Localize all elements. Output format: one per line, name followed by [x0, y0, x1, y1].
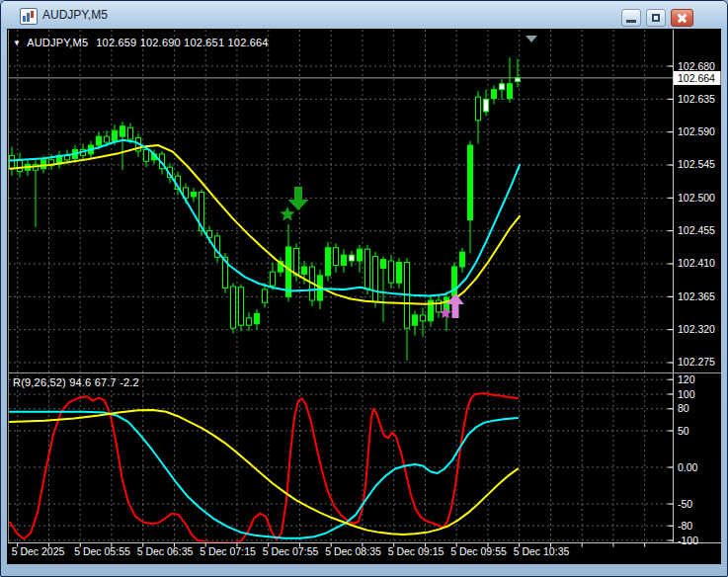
- svg-text:50: 50: [678, 425, 689, 437]
- candle: [342, 255, 347, 265]
- restore-button[interactable]: [646, 9, 666, 27]
- svg-text:102.365: 102.365: [678, 290, 715, 302]
- candle: [326, 248, 331, 276]
- svg-text:102.635: 102.635: [678, 93, 715, 105]
- titlebar[interactable]: AUDJPY,M5: [1, 1, 727, 29]
- candle: [294, 248, 299, 275]
- candle: [508, 84, 513, 99]
- svg-text:-50: -50: [678, 498, 692, 510]
- candle: [365, 249, 370, 288]
- screen: { "window": { "title": "AUDJPY,M5" }, "c…: [0, 0, 728, 577]
- candle: [413, 315, 418, 325]
- candle: [18, 160, 23, 172]
- indicator-layer: [10, 393, 518, 542]
- candle: [334, 248, 339, 266]
- candle: [239, 288, 244, 326]
- candle: [97, 136, 102, 145]
- candle: [41, 160, 46, 169]
- svg-text:5 Dec 08:35: 5 Dec 08:35: [325, 545, 381, 557]
- candle: [460, 252, 465, 267]
- candle: [271, 272, 276, 286]
- ohlc-values: 102.659 102.690 102.651 102.664: [96, 37, 268, 48]
- candle: [421, 315, 426, 321]
- chart-header: ▼AUDJPY,M5102.659 102.690 102.651 102.66…: [13, 37, 269, 48]
- candle: [263, 289, 268, 302]
- candle: [105, 136, 110, 142]
- svg-text:5 Dec 10:35: 5 Dec 10:35: [514, 545, 570, 557]
- moving-averages-layer: [10, 140, 520, 304]
- window-title: AUDJPY,M5: [42, 8, 108, 22]
- candle: [128, 127, 133, 139]
- close-button[interactable]: [671, 9, 693, 27]
- svg-text:-80: -80: [678, 520, 692, 532]
- minimize-button[interactable]: [621, 9, 641, 27]
- candle: [492, 90, 497, 99]
- svg-text:0.00: 0.00: [678, 461, 698, 473]
- grid-layer: [9, 30, 673, 542]
- svg-text:5 Dec 07:15: 5 Dec 07:15: [200, 545, 256, 557]
- candle: [231, 287, 236, 328]
- candle: [500, 84, 505, 90]
- candle: [468, 145, 473, 220]
- chart-client-area[interactable]: 102.680102.635102.590102.545102.500102.4…: [7, 29, 721, 564]
- current-price-badge: 102.664: [674, 71, 721, 85]
- svg-text:5 Dec 09:55: 5 Dec 09:55: [450, 545, 507, 557]
- price-axis: 102.680102.635102.590102.545102.500102.4…: [668, 60, 715, 369]
- svg-text:102.320: 102.320: [678, 323, 715, 335]
- candle: [113, 130, 118, 140]
- svg-text:102.455: 102.455: [678, 224, 715, 236]
- svg-text:102.410: 102.410: [678, 257, 715, 269]
- svg-text:102.590: 102.590: [678, 125, 715, 137]
- minimize-icon: [626, 20, 636, 23]
- svg-text:100: 100: [678, 388, 695, 400]
- svg-text:102.545: 102.545: [678, 158, 715, 170]
- candle: [358, 249, 363, 261]
- svg-text:102.680: 102.680: [678, 60, 715, 72]
- svg-text:5 Dec 2025: 5 Dec 2025: [12, 545, 65, 557]
- candle: [389, 261, 394, 283]
- chart-canvas[interactable]: 102.680102.635102.590102.545102.500102.4…: [7, 29, 721, 564]
- svg-text:102.500: 102.500: [678, 192, 715, 204]
- candle: [373, 257, 378, 302]
- candle: [381, 260, 386, 269]
- candle: [121, 126, 125, 136]
- svg-text:5 Dec 07:55: 5 Dec 07:55: [263, 545, 319, 557]
- chart-shift-marker: [526, 36, 537, 42]
- star-icon: [280, 206, 294, 221]
- svg-text:80: 80: [678, 402, 689, 414]
- candle: [516, 78, 521, 82]
- svg-text:102.275: 102.275: [678, 356, 715, 368]
- svg-text:5 Dec 06:35: 5 Dec 06:35: [137, 545, 194, 557]
- svg-text:5 Dec 09:15: 5 Dec 09:15: [388, 545, 445, 557]
- candle: [484, 99, 489, 112]
- chart-shift-icon: [526, 36, 537, 42]
- candle: [397, 263, 402, 284]
- symbol-timeframe-label: AUDJPY,M5: [27, 37, 88, 48]
- indicator-axis: 12010080500.00-50-80-100: [668, 373, 698, 546]
- signals-layer: [280, 187, 464, 318]
- candle: [350, 255, 355, 261]
- candle: [476, 97, 481, 121]
- chart-window-icon: [20, 8, 38, 25]
- candle: [302, 267, 307, 274]
- indicator-label: R(9,26,52) 94.6 67.7 -2.2: [13, 376, 139, 388]
- symbol-dropdown-icon[interactable]: ▼: [13, 39, 21, 47]
- arrow-down-icon: [288, 187, 309, 210]
- svg-text:102.664: 102.664: [678, 72, 715, 84]
- svg-text:120: 120: [678, 373, 695, 385]
- candle: [192, 192, 197, 196]
- svg-text:5 Dec 05:55: 5 Dec 05:55: [74, 545, 130, 557]
- candle: [255, 313, 260, 323]
- svg-text:-100: -100: [678, 535, 698, 546]
- time-axis: 5 Dec 20255 Dec 05:555 Dec 06:355 Dec 07…: [12, 543, 645, 557]
- candle: [247, 318, 252, 325]
- restore-icon: [652, 14, 660, 22]
- candle: [10, 155, 15, 168]
- candle: [144, 149, 149, 161]
